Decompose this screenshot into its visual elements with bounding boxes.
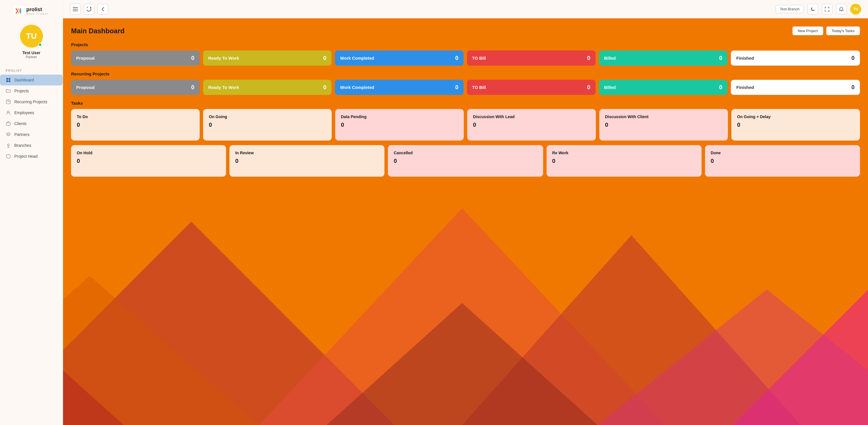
task-label: On Going + Delay xyxy=(737,114,854,119)
proj-card-label: Ready To Work xyxy=(208,56,239,60)
proj-card-label: TO Bill xyxy=(472,56,486,60)
project-card-completed[interactable]: Work Completed 0 xyxy=(335,51,464,66)
sidebar-item-employees[interactable]: Employees xyxy=(0,107,63,118)
project-card-finished[interactable]: Finished 0 xyxy=(731,51,860,66)
task-count: 0 xyxy=(235,158,379,164)
task-card-ongoing[interactable]: On Going 0 xyxy=(203,109,332,141)
user-role: Partner xyxy=(26,55,37,59)
proj-card-label: TO Bill xyxy=(472,85,486,90)
svg-marker-13 xyxy=(259,208,665,425)
recurring-card-completed[interactable]: Work Completed 0 xyxy=(335,80,464,95)
recurring-card-billed[interactable]: Billed 0 xyxy=(599,80,727,95)
proj-card-count: 0 xyxy=(587,55,590,61)
projects-cards-row: Proposal 0 Ready To Work 0 Work Complete… xyxy=(71,51,860,66)
recurring-card-proposal[interactable]: Proposal 0 xyxy=(71,80,200,95)
notifications-button[interactable] xyxy=(836,4,847,15)
task-count: 0 xyxy=(77,158,220,164)
task-label: Re Work xyxy=(552,150,696,155)
proj-card-count: 0 xyxy=(191,55,194,61)
recurring-card-finished[interactable]: Finished 0 xyxy=(731,80,860,95)
theme-toggle[interactable] xyxy=(807,4,818,15)
proj-card-label: Work Completed xyxy=(340,85,374,90)
sidebar-item-label: Employees xyxy=(14,110,34,115)
shield-icon xyxy=(6,154,11,159)
proj-card-label: Work Completed xyxy=(340,56,374,60)
topbar-user-avatar[interactable]: TU xyxy=(850,4,861,15)
sidebar-section-label: PROLIST xyxy=(0,69,63,72)
menu-button[interactable] xyxy=(70,4,81,15)
dashboard-content: Main Dashboard New Project Today's Tasks… xyxy=(71,26,860,177)
task-card-on-hold[interactable]: On Hold 0 xyxy=(71,145,226,177)
task-card-cancelled[interactable]: Cancelled 0 xyxy=(388,145,543,177)
svg-rect-11 xyxy=(73,10,78,11)
fullscreen-button[interactable] xyxy=(822,4,833,15)
task-count: 0 xyxy=(552,158,696,164)
recurring-card-ready[interactable]: Ready To Work 0 xyxy=(203,80,332,95)
project-card-billed[interactable]: Billed 0 xyxy=(599,51,727,66)
task-card-in-review[interactable]: In Review 0 xyxy=(229,145,384,177)
todays-tasks-button[interactable]: Today's Tasks xyxy=(826,26,860,35)
refresh-icon xyxy=(87,7,91,11)
folder-icon xyxy=(6,88,11,93)
svg-rect-7 xyxy=(6,123,10,125)
proj-card-label: Ready To Work xyxy=(208,85,239,90)
branch-selector[interactable]: Test Branch xyxy=(775,5,804,13)
task-label: Discussion With Lead xyxy=(473,114,590,119)
proj-card-label: Finished xyxy=(736,85,754,90)
task-card-done[interactable]: Done 0 xyxy=(705,145,860,177)
menu-icon xyxy=(73,7,78,11)
sidebar-item-project-head[interactable]: Project Head xyxy=(0,151,63,162)
recurring-card-tobill[interactable]: TO Bill 0 xyxy=(467,80,595,95)
task-label: On Going xyxy=(209,114,326,119)
svg-marker-15 xyxy=(462,235,801,425)
sidebar-item-projects[interactable]: Projects xyxy=(0,85,63,96)
header-buttons: New Project Today's Tasks xyxy=(793,26,860,35)
svg-rect-0 xyxy=(14,6,24,16)
dashboard-header: Main Dashboard New Project Today's Tasks xyxy=(71,26,860,35)
task-card-discussion-client[interactable]: Discussion With Client 0 xyxy=(599,109,728,141)
tasks-row-2: On Hold 0 In Review 0 Cancelled 0 Re Wor… xyxy=(71,145,860,177)
pin-icon xyxy=(6,143,11,148)
svg-rect-2 xyxy=(9,78,10,80)
task-count: 0 xyxy=(711,158,854,164)
online-indicator xyxy=(38,43,42,47)
sidebar-item-label: Recurring Projects xyxy=(14,100,47,104)
task-label: Done xyxy=(711,150,854,155)
proj-card-label: Proposal xyxy=(76,56,95,60)
recurring-section-label: Recurring Projects xyxy=(71,72,860,76)
dashboard: Main Dashboard New Project Today's Tasks… xyxy=(63,18,868,425)
task-card-todo[interactable]: To Do 0 xyxy=(71,109,200,141)
briefcase-icon xyxy=(6,121,11,126)
task-label: In Review xyxy=(235,150,379,155)
refresh-button[interactable] xyxy=(84,4,95,15)
task-card-rework[interactable]: Re Work 0 xyxy=(547,145,702,177)
task-label: Discussion With Client xyxy=(605,114,722,119)
svg-marker-14 xyxy=(63,276,259,425)
sidebar-item-label: Clients xyxy=(14,121,27,126)
proj-card-label: Billed xyxy=(604,85,616,90)
sidebar-item-branches[interactable]: Branches xyxy=(0,140,63,151)
main-content: Test Branch TU xyxy=(63,0,868,425)
tasks-row-1: To Do 0 On Going 0 Data Pending 0 Discus… xyxy=(71,109,860,141)
proj-card-count: 0 xyxy=(719,84,722,91)
logo-icon xyxy=(14,6,24,16)
project-card-ready[interactable]: Ready To Work 0 xyxy=(203,51,332,66)
back-button[interactable] xyxy=(97,4,108,15)
sidebar-item-recurring-projects[interactable]: Recurring Projects xyxy=(0,96,63,107)
task-card-discussion-lead[interactable]: Discussion With Lead 0 xyxy=(467,109,596,141)
project-card-tobill[interactable]: TO Bill 0 xyxy=(467,51,595,66)
avatar: TU xyxy=(20,25,43,48)
new-project-button[interactable]: New Project xyxy=(793,26,823,35)
project-card-proposal[interactable]: Proposal 0 xyxy=(71,51,200,66)
proj-card-count: 0 xyxy=(587,84,590,91)
svg-marker-20 xyxy=(327,303,597,425)
sidebar-item-partners[interactable]: Partners xyxy=(0,129,63,140)
task-label: Cancelled xyxy=(394,150,537,155)
svg-marker-12 xyxy=(63,222,395,425)
sidebar-item-dashboard[interactable]: Dashboard xyxy=(0,75,63,85)
svg-point-6 xyxy=(7,111,9,113)
svg-marker-16 xyxy=(733,256,868,425)
task-card-ongoing-delay[interactable]: On Going + Delay 0 xyxy=(731,109,860,141)
task-card-data-pending[interactable]: Data Pending 0 xyxy=(335,109,464,141)
sidebar-item-clients[interactable]: Clients xyxy=(0,118,63,129)
